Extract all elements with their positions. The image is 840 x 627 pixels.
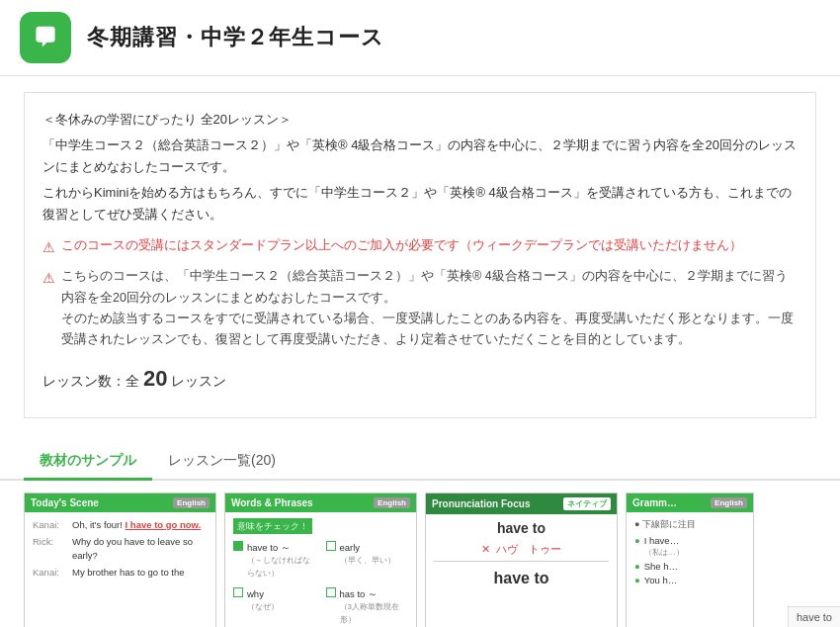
card1-body: Kanai: Oh, it's four! I have to go now. … [25, 512, 215, 621]
grammar-item-1: ● She h… [634, 561, 745, 572]
card1-header: Today's Scene English [25, 493, 215, 512]
alert2-text: こちらのコースは、「中学生コース２（総合英語コース２）」や「英検® 4級合格コー… [61, 266, 798, 350]
cards-wrapper: Today's Scene English Kanai: Oh, it's fo… [0, 481, 840, 627]
alert2-item: ⚠ こちらのコースは、「中学生コース２（総合英語コース２）」や「英検® 4級合格… [42, 266, 798, 350]
alert2-icon: ⚠ [42, 267, 55, 291]
word-label-3: has to ～（3人称単数現在形） [340, 586, 409, 627]
card3-badge: ネイティブ [563, 497, 611, 510]
card4-badge: English [711, 497, 747, 508]
card1-badge: English [173, 497, 210, 508]
tab-sample[interactable]: 教材のサンプル [24, 444, 152, 481]
line2: Why do you have to leave so early? [72, 535, 208, 564]
speaker2: Rick: [33, 535, 68, 564]
alert1-icon: ⚠ [42, 236, 55, 260]
description-block: ＜冬休みの学習にぴったり 全20レッスン＞ 「中学生コース２（総合英語コース２）… [24, 92, 816, 418]
card1-title: Today's Scene [31, 497, 99, 508]
card2-header: Words & Phrases English [225, 493, 416, 512]
checkbox-0[interactable] [233, 541, 243, 551]
dialogue2: Rick: Why do you have to leave so early? [33, 535, 208, 564]
checkbox-1[interactable] [326, 541, 336, 551]
card-words-phrases: Words & Phrases English 意味をチェック！ have to… [224, 493, 417, 627]
alert1-item: ⚠ このコースの受講にはスタンダードプラン以上へのご加入が必要です（ウィークデー… [42, 235, 798, 260]
card-todays-scene: Today's Scene English Kanai: Oh, it's fo… [24, 493, 216, 627]
grammar-note: ● 下線部に注目 [634, 518, 745, 531]
word-item-2: why（なぜ） [233, 586, 316, 627]
card4-body: ● 下線部に注目 ● I have…（私は…） ● She h… ● You h… [627, 512, 753, 621]
card2-title: Words & Phrases [231, 497, 313, 508]
sample-cards: Today's Scene English Kanai: Oh, it's fo… [0, 481, 840, 627]
card3-header: Pronunciation Focus ネイティブ [426, 493, 617, 514]
grammar-text-1: She h… [644, 561, 678, 572]
grammar-item-2: ● You h… [634, 575, 745, 585]
page-title: 冬期講習・中学２年生コース [87, 23, 384, 52]
app-icon [20, 12, 71, 63]
card-grammar: Gramm… English ● 下線部に注目 ● I have…（私は…） ●… [626, 493, 754, 627]
checkbox-2[interactable] [233, 587, 243, 597]
card3-body: have to ✕ ハヴ トゥー have to [426, 514, 617, 623]
bottom-hint: Oh, it's four! I have to go now. have to [788, 606, 840, 627]
check-title: 意味をチェック！ [233, 518, 312, 534]
chat-icon [30, 22, 61, 53]
card-pronunciation: Pronunciation Focus ネイティブ have to ✕ ハヴ ト… [425, 493, 618, 627]
pron-katakana: ハヴ トゥー [496, 543, 561, 555]
word-item-0: have to ～（～しなければならない） [233, 540, 316, 581]
body2-text: これからKiminiを始める方はもちろん、すでに「中学生コース２」や「英検® 4… [42, 182, 798, 225]
speaker1: Kanai: [33, 518, 68, 532]
dialogue1: Kanai: Oh, it's four! I have to go now. [33, 518, 208, 532]
alert1-text: このコースの受講にはスタンダードプラン以上へのご加入が必要です（ウィークデープラ… [61, 235, 742, 255]
pron-divider [434, 561, 609, 562]
tabs-container: 教材のサンプル レッスン一覧(20) [0, 428, 840, 481]
word-item-1: early（早く、早い） [326, 540, 409, 581]
dialogue3: Kanai: My brother has to go to the [33, 566, 208, 580]
word-label-2: why（なぜ） [247, 586, 279, 614]
body1-text: 「中学生コース２（総合英語コース２）」や「英検® 4級合格コース」の内容を中心に… [42, 134, 798, 178]
line3: My brother has to go to the [72, 566, 185, 580]
card3-title: Pronunciation Focus [432, 498, 530, 509]
grammar-item-0: ● I have…（私は…） [634, 535, 745, 558]
card2-body: 意味をチェック！ have to ～（～しなければならない） early（早く、… [225, 512, 416, 627]
word-item-3: has to ～（3人称単数現在形） [326, 586, 409, 627]
lesson-count: レッスン数：全20レッスン [42, 360, 798, 397]
card2-badge: English [374, 497, 410, 508]
main-content: ＜冬休みの学習にぴったり 全20レッスン＞ 「中学生コース２（総合英語コース２）… [0, 76, 840, 418]
line1: Oh, it's four! I have to go now. [72, 518, 201, 532]
pron-phrase-bottom: have to [434, 570, 609, 587]
word-label-0: have to ～（～しなければならない） [247, 540, 316, 581]
tab-lesson-list[interactable]: レッスン一覧(20) [152, 444, 292, 481]
grammar-text-0: I have…（私は…） [644, 535, 684, 558]
intro-text: ＜冬休みの学習にぴったり 全20レッスン＞ [42, 109, 798, 131]
checkbox-3[interactable] [326, 587, 336, 597]
card4-header: Gramm… English [627, 493, 753, 512]
page-header: 冬期講習・中学２年生コース [0, 0, 840, 76]
pron-phrase: have to [434, 520, 609, 536]
word-label-1: early（早く、早い） [340, 540, 395, 568]
pron-katakana-row: ✕ ハヴ トゥー [434, 542, 609, 557]
grammar-text-2: You h… [644, 575, 677, 585]
words-grid: have to ～（～しなければならない） early（早く、早い） why（な… [233, 540, 408, 627]
card4-title: Gramm… [632, 497, 677, 508]
speaker3: Kanai: [33, 566, 68, 580]
tabs: 教材のサンプル レッスン一覧(20) [24, 444, 816, 479]
